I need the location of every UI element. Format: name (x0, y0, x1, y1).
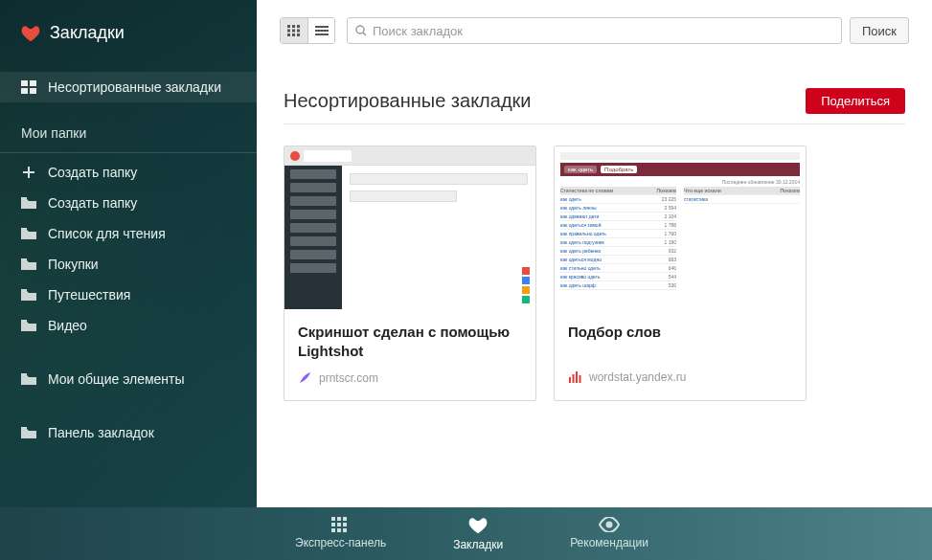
toolbar: Поиск (257, 0, 932, 44)
view-toggle (280, 17, 335, 44)
sidebar-bookmarks-panel[interactable]: Панель закладок (0, 417, 257, 448)
sidebar-item-label: Мои общие элементы (48, 371, 185, 387)
svg-rect-16 (297, 30, 300, 33)
bottomnav-label: Закладки (453, 538, 503, 551)
svg-rect-26 (573, 374, 575, 383)
svg-rect-9 (21, 373, 27, 376)
svg-rect-13 (297, 25, 300, 28)
bookmark-domain: wordstat.yandex.ru (589, 370, 686, 384)
search-wrap: Поиск (347, 17, 909, 44)
folder-icon (21, 372, 36, 386)
unsorted-icon (21, 80, 36, 94)
heart-icon (468, 517, 488, 534)
search-button[interactable]: Поиск (850, 17, 909, 44)
search-icon (355, 25, 367, 36)
favicon-feather-icon (298, 371, 311, 385)
sidebar-item-label: Путешествия (48, 287, 130, 302)
sidebar-folder-create[interactable]: Создать папку (0, 188, 257, 218)
bottomnav-label: Экспресс-панель (295, 536, 386, 549)
svg-rect-34 (343, 523, 347, 526)
svg-rect-22 (315, 34, 329, 35)
sidebar-item-label: Видео (48, 318, 87, 333)
svg-rect-5 (21, 228, 27, 231)
svg-point-23 (356, 26, 364, 34)
svg-rect-1 (30, 80, 36, 86)
bottomnav-label: Рекомендации (570, 536, 648, 549)
svg-rect-28 (580, 375, 581, 383)
sidebar-item-unsorted[interactable]: Несортированные закладки (0, 72, 257, 102)
svg-point-38 (605, 521, 612, 527)
share-button[interactable]: Поделиться (806, 88, 905, 114)
bookmark-thumbnail (284, 146, 535, 309)
sidebar-folder-video[interactable]: Видео (0, 310, 257, 341)
svg-rect-8 (21, 320, 27, 323)
folder-icon (21, 227, 36, 240)
favicon-bars-icon (568, 370, 581, 384)
svg-rect-4 (21, 197, 27, 200)
svg-rect-17 (287, 34, 290, 36)
svg-rect-7 (21, 289, 27, 292)
sidebar-title: Закладки (0, 23, 257, 72)
folder-icon (21, 196, 36, 210)
folder-icon (21, 319, 36, 332)
bottom-nav: Экспресс-панель Закладки Рекомендации (0, 507, 932, 560)
sidebar-item-label: Создать папку (48, 195, 137, 211)
grid-icon (331, 517, 351, 532)
eye-icon (599, 517, 620, 532)
list-icon (315, 25, 329, 36)
sidebar-folder-travel[interactable]: Путешествия (0, 280, 257, 310)
page-heading: Несортированные закладки (284, 90, 532, 112)
svg-rect-14 (287, 30, 290, 33)
sidebar-folder-shopping[interactable]: Покупки (0, 249, 257, 280)
svg-rect-18 (292, 34, 295, 36)
folder-icon (21, 426, 36, 439)
bookmark-card[interactable]: как одетьПодобрать Последнее обновление … (554, 146, 807, 401)
bookmark-title: Подбор слов (568, 323, 792, 361)
svg-rect-27 (576, 371, 578, 383)
svg-rect-29 (331, 517, 335, 521)
sidebar-create-folder-plus[interactable]: Создать папку (0, 157, 257, 188)
svg-rect-3 (30, 88, 36, 94)
bottomnav-recommendations[interactable]: Рекомендации (570, 517, 648, 551)
svg-rect-32 (331, 523, 335, 526)
svg-rect-35 (331, 528, 335, 532)
sidebar-folders-label: Мои папки (0, 125, 257, 146)
sidebar-item-label: Создать папку (48, 165, 137, 180)
sidebar-item-label: Панель закладок (48, 425, 154, 440)
cards-container: Скриншот сделан с помощью Lightshot prnt… (284, 146, 905, 401)
sidebar-shared-items[interactable]: Мои общие элементы (0, 364, 257, 394)
sidebar-folder-reading-list[interactable]: Список для чтения (0, 218, 257, 249)
folder-icon (21, 258, 36, 271)
svg-rect-37 (343, 528, 347, 532)
sidebar: Закладки Несортированные закладки Мои па… (0, 0, 257, 507)
svg-rect-33 (337, 523, 341, 526)
grid-icon (287, 25, 301, 36)
svg-rect-15 (292, 30, 295, 33)
bottomnav-express[interactable]: Экспресс-панель (295, 517, 386, 551)
content: Несортированные закладки Поделиться (257, 44, 932, 507)
search-input[interactable] (373, 24, 833, 38)
content-divider (284, 123, 905, 124)
bookmark-card[interactable]: Скриншот сделан с помощью Lightshot prnt… (284, 146, 536, 401)
bookmark-thumbnail: как одетьПодобрать Последнее обновление … (555, 146, 806, 309)
svg-rect-2 (21, 88, 28, 94)
bookmark-domain: prntscr.com (319, 371, 378, 385)
sidebar-item-label: Список для чтения (48, 226, 166, 241)
svg-line-24 (363, 33, 366, 35)
sidebar-item-label: Покупки (48, 257, 99, 272)
search-box[interactable] (347, 17, 842, 44)
bookmark-title: Скриншот сделан с помощью Lightshot (298, 323, 522, 362)
svg-rect-0 (21, 80, 28, 86)
sidebar-item-label: Несортированные закладки (48, 79, 221, 95)
main-area: Поиск Несортированные закладки Поделитьс… (257, 0, 932, 507)
svg-rect-10 (21, 427, 27, 430)
svg-rect-30 (337, 517, 341, 521)
svg-rect-25 (569, 377, 571, 383)
svg-rect-12 (292, 25, 295, 28)
list-view-button[interactable] (307, 18, 334, 43)
folder-icon (21, 288, 36, 302)
bottomnav-bookmarks[interactable]: Закладки (453, 517, 503, 551)
sidebar-divider (0, 152, 257, 153)
grid-view-button[interactable] (281, 18, 307, 43)
svg-rect-20 (315, 26, 329, 28)
